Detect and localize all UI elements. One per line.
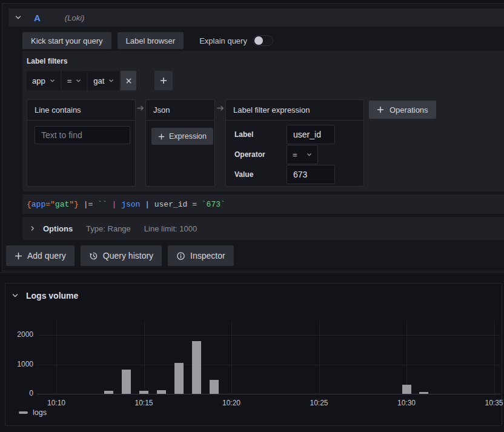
operation-card-header[interactable]: Line contains (27, 100, 135, 121)
filter-value-select[interactable]: gat (88, 71, 119, 90)
operation-card-header[interactable]: Label filter expression (226, 100, 363, 121)
inspector-button[interactable]: Inspector (168, 245, 234, 266)
query-history-label: Query history (103, 251, 153, 261)
add-label-filter-button[interactable] (154, 71, 173, 90)
plus-icon (158, 133, 165, 140)
inspector-label: Inspector (190, 251, 225, 261)
chevron-down-icon (76, 78, 81, 84)
filter-value-value: gat (93, 76, 104, 85)
field-row-value: Value (234, 165, 335, 184)
explain-query-toggle[interactable] (253, 35, 273, 46)
query-token: `673` (202, 200, 225, 209)
query-token: " (50, 200, 55, 209)
query-token: | (140, 200, 154, 209)
operation-card-json: Json Expression (145, 99, 215, 187)
volume-bar[interactable] (419, 392, 428, 394)
y-tick-label: 1000 (8, 360, 33, 368)
options-row[interactable]: Options Type: Range Line limit: 1000 (22, 217, 504, 240)
legend-series-dash (19, 411, 28, 414)
operation-card-label-filter-expression: Label filter expression Label Operator =… (225, 99, 364, 187)
chevron-down-icon[interactable] (12, 292, 19, 299)
query-token (116, 200, 121, 209)
remove-filter-button[interactable] (121, 71, 136, 90)
filter-label-select[interactable]: app (27, 71, 61, 90)
toggle-knob (254, 36, 263, 45)
volume-bar[interactable] (402, 385, 411, 394)
chevron-down-icon (50, 78, 55, 84)
volume-bar[interactable] (157, 390, 166, 394)
plus-icon (160, 77, 167, 84)
datasource-hint: (Loki) (65, 13, 85, 22)
query-token: = (187, 200, 201, 209)
arrow-right-icon (137, 104, 145, 112)
add-query-button[interactable]: Add query (6, 245, 75, 266)
line-contains-input[interactable] (35, 126, 130, 144)
explore-actions: Add query Query history Inspector (6, 245, 234, 266)
query-toolbar: Kick start your query Label browser Expl… (22, 32, 273, 49)
query-token: { (27, 200, 31, 209)
volume-bar[interactable] (210, 380, 219, 394)
query-token: } (74, 200, 79, 209)
label-filters-title: Label filters (27, 57, 67, 65)
y-tick-label: 2000 (8, 330, 33, 339)
logs-volume-panel: Logs volume 01000200010:1010:1510:2010:2… (5, 283, 502, 426)
query-token: app (31, 200, 45, 209)
volume-bar[interactable] (122, 370, 131, 394)
add-operations-button[interactable]: Operations (369, 101, 436, 119)
volume-bar[interactable] (192, 341, 201, 394)
query-token (107, 200, 112, 209)
y-tick-label: 0 (8, 389, 33, 397)
options-type: Type: Range (86, 224, 131, 233)
query-history-button[interactable]: Query history (81, 245, 162, 266)
plus-icon (377, 106, 384, 113)
chevron-right-icon[interactable] (30, 225, 36, 231)
operations-button-label: Operations (390, 105, 428, 115)
volume-bar[interactable] (104, 391, 113, 394)
field-label: Operator (234, 150, 287, 159)
x-axis-line (37, 394, 500, 394)
operation-card-header[interactable]: Json (146, 100, 214, 121)
filter-operator-select[interactable]: = (62, 71, 87, 90)
logs-volume-header[interactable]: Logs volume (12, 291, 78, 301)
volume-bar[interactable] (174, 363, 184, 394)
options-line-limit: Line limit: 1000 (144, 224, 197, 233)
logs-volume-chart[interactable]: 01000200010:1010:1510:2010:2510:3010:35 (5, 314, 502, 411)
volume-bar[interactable] (139, 391, 148, 394)
query-ref-id: A (34, 13, 41, 23)
chevron-down-icon[interactable] (15, 14, 22, 21)
field-row-operator: Operator = (234, 145, 318, 164)
query-row-header[interactable]: A (Loki) (8, 8, 504, 27)
x-tick-label: 10:30 (388, 399, 425, 407)
field-label: Value (234, 170, 287, 179)
add-query-label: Add query (27, 251, 66, 261)
v-gridline (231, 321, 232, 394)
v-gridline (494, 321, 495, 394)
logs-volume-title: Logs volume (26, 291, 78, 301)
x-tick-label: 10:35 (476, 399, 504, 407)
options-toggle-label[interactable]: Options (43, 224, 73, 233)
v-gridline (56, 321, 57, 394)
operator-value: = (293, 150, 297, 159)
add-expression-button[interactable]: Expression (151, 128, 213, 145)
kick-start-query-button[interactable]: Kick start your query (22, 32, 111, 49)
h-gridline (37, 335, 500, 336)
history-icon (89, 251, 98, 261)
operator-select[interactable]: = (287, 145, 318, 164)
v-gridline (319, 321, 320, 394)
query-token: = (45, 200, 50, 209)
arrow-right-icon (217, 104, 225, 112)
legend-series-label: logs (33, 408, 47, 417)
expression-button-label: Expression (169, 132, 207, 141)
query-preview-row: {app="gat"} |= `` | json | user_id = `67… (22, 194, 504, 214)
section-divider (0, 272, 504, 273)
query-token: gat (55, 200, 69, 209)
query-token: `` (98, 200, 107, 209)
label-field-input[interactable] (287, 125, 335, 144)
value-field-input[interactable] (287, 165, 335, 184)
label-browser-button[interactable]: Label browser (118, 32, 184, 49)
legend-item-logs[interactable]: logs (19, 408, 47, 417)
x-tick-label: 10:10 (38, 399, 75, 407)
v-gridline (144, 321, 145, 394)
filter-operator-value: = (67, 76, 72, 85)
filter-label-value: app (32, 76, 45, 85)
